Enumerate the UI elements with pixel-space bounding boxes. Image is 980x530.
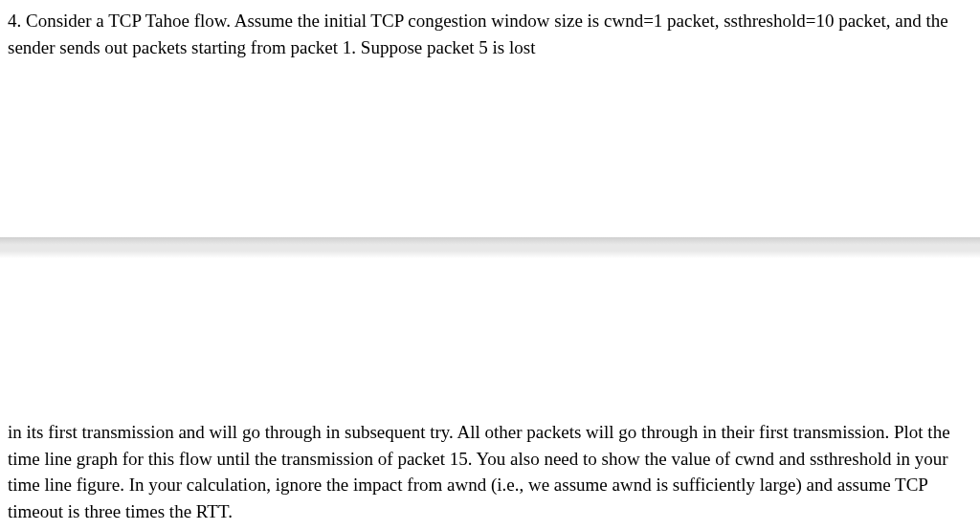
question-text-upper: 4. Consider a TCP Tahoe flow. Assume the… (8, 8, 969, 60)
paragraph-bottom: in its first transmission and will go th… (8, 419, 969, 524)
question-text-lower: in its first transmission and will go th… (8, 419, 969, 524)
paragraph-top: 4. Consider a TCP Tahoe flow. Assume the… (8, 8, 969, 60)
section-divider-band (0, 237, 980, 258)
